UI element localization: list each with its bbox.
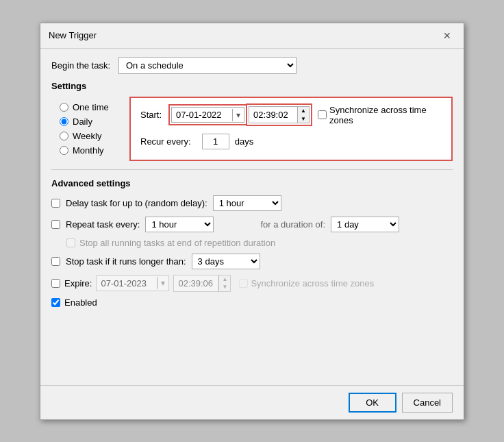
- recur-row: Recur every: days: [140, 134, 442, 149]
- expire-date-wrap: ▾: [96, 275, 169, 291]
- start-time-input[interactable]: [249, 108, 297, 122]
- recur-label: Recur every:: [140, 136, 191, 147]
- stop-longer-checkbox[interactable]: [51, 257, 60, 266]
- expire-date-input[interactable]: [97, 276, 157, 291]
- expire-calendar-button[interactable]: ▾: [157, 277, 168, 289]
- stop-running-checkbox[interactable]: [66, 238, 75, 247]
- radio-daily[interactable]: Daily: [60, 116, 118, 127]
- delay-task-checkbox[interactable]: [51, 199, 60, 208]
- advanced-title: Advanced settings: [51, 178, 453, 188]
- dialog-footer: OK Cancel: [40, 385, 464, 419]
- start-row: Start: ▾ ▲ ▼: [140, 105, 442, 125]
- expire-row: Expire: ▾ ▲ ▼ Synchronize acr: [51, 275, 453, 292]
- radio-daily-label: Daily: [73, 116, 92, 127]
- cancel-button[interactable]: Cancel: [402, 393, 453, 413]
- expire-time-up-button[interactable]: ▲: [219, 275, 230, 284]
- settings-content: One time Daily Weekly Monthly: [51, 97, 453, 161]
- delay-task-select[interactable]: 1 hour: [213, 195, 281, 211]
- radio-one-time-input[interactable]: [60, 103, 68, 112]
- radio-monthly-label: Monthly: [73, 145, 104, 156]
- radio-one-time[interactable]: One time: [60, 102, 118, 112]
- stop-running-row: Stop all running tasks at end of repetit…: [66, 238, 453, 248]
- repeat-task-row: Repeat task every: 1 hour for a duration…: [51, 217, 453, 232]
- start-date-input[interactable]: [172, 108, 232, 122]
- repeat-task-label: Repeat task every:: [66, 219, 140, 230]
- stop-longer-row: Stop task if it runs longer than: 3 days: [51, 254, 453, 269]
- section-divider: [51, 169, 453, 170]
- expire-label: Expire:: [64, 278, 92, 288]
- settings-section: Settings One time Daily Weekly: [51, 81, 453, 161]
- radio-weekly-label: Weekly: [73, 131, 101, 141]
- time-up-button[interactable]: ▲: [298, 107, 309, 115]
- time-down-button[interactable]: ▼: [298, 115, 309, 123]
- expire-time-spinner: ▲ ▼: [218, 275, 230, 291]
- radio-one-time-label: One time: [73, 102, 109, 112]
- radio-monthly[interactable]: Monthly: [60, 145, 118, 156]
- dialog-body: Begin the task: On a schedule Settings O…: [40, 49, 464, 385]
- date-input-wrap: ▾: [171, 107, 244, 123]
- radio-monthly-input[interactable]: [60, 146, 68, 155]
- radio-daily-input[interactable]: [60, 117, 68, 126]
- settings-label: Settings: [51, 81, 453, 91]
- begin-task-row: Begin the task: On a schedule: [51, 57, 453, 74]
- close-button[interactable]: ✕: [439, 29, 455, 42]
- repeat-task-checkbox[interactable]: [51, 220, 60, 229]
- enabled-row: Enabled: [51, 297, 453, 308]
- for-duration-label: for a duration of:: [260, 219, 325, 230]
- dialog-title: New Trigger: [49, 30, 97, 40]
- begin-task-select[interactable]: On a schedule: [118, 57, 297, 74]
- schedule-radio-group: One time Daily Weekly Monthly: [51, 97, 127, 161]
- expire-sync-checkbox[interactable]: [239, 279, 248, 288]
- stop-running-label: Stop all running tasks at end of repetit…: [79, 238, 275, 248]
- stop-longer-label: Stop task if it runs longer than:: [66, 256, 186, 267]
- time-input-wrap: ▲ ▼: [249, 106, 310, 123]
- begin-task-label: Begin the task:: [51, 60, 113, 71]
- recur-value-input[interactable]: [202, 134, 229, 149]
- sync-text: Synchronize across time zones: [329, 105, 442, 125]
- settings-panel: Start: ▾ ▲ ▼: [129, 97, 453, 161]
- advanced-settings-section: Advanced settings Delay task for up to (…: [51, 178, 453, 308]
- title-bar: New Trigger ✕: [40, 23, 464, 49]
- ok-button[interactable]: OK: [349, 393, 396, 413]
- expire-time-input[interactable]: [174, 276, 218, 291]
- time-spinner: ▲ ▼: [297, 107, 309, 123]
- expire-sync-text: Synchronize across time zones: [251, 278, 374, 288]
- recur-unit: days: [235, 136, 253, 147]
- start-label: Start:: [140, 110, 162, 120]
- delay-task-label: Delay task for up to (random delay):: [66, 198, 207, 208]
- delay-task-row: Delay task for up to (random delay): 1 h…: [51, 195, 453, 211]
- enabled-checkbox[interactable]: [51, 298, 60, 307]
- expire-checkbox[interactable]: [51, 279, 60, 288]
- expire-sync-label[interactable]: Synchronize across time zones: [239, 278, 374, 288]
- calendar-button[interactable]: ▾: [232, 109, 244, 121]
- repeat-task-select[interactable]: 1 hour: [145, 217, 214, 232]
- sync-label[interactable]: Synchronize across time zones: [318, 105, 442, 125]
- enabled-label: Enabled: [64, 297, 97, 308]
- duration-select[interactable]: 1 day: [331, 217, 399, 232]
- stop-longer-select[interactable]: 3 days: [192, 254, 260, 269]
- radio-weekly[interactable]: Weekly: [60, 131, 118, 141]
- expire-time-down-button[interactable]: ▼: [219, 283, 230, 291]
- expire-time-wrap: ▲ ▼: [173, 275, 231, 292]
- new-trigger-dialog: New Trigger ✕ Begin the task: On a sched…: [40, 23, 464, 420]
- sync-checkbox[interactable]: [318, 110, 327, 119]
- radio-weekly-input[interactable]: [60, 132, 68, 140]
